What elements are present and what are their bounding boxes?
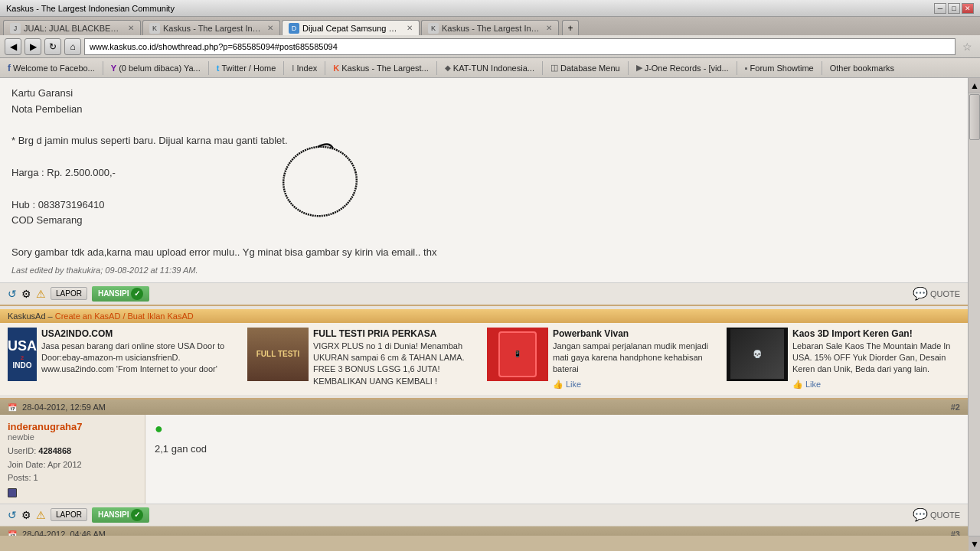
bookmark-jone[interactable]: ▶ J-One Records - [vid... — [632, 61, 733, 74]
ad-header-text: KaskusAd – — [8, 311, 55, 321]
ad-img-2[interactable]: FULL TESTI — [247, 328, 309, 381]
post-items: Kartu Garansi Nota Pembelian * Brg d jam… — [11, 86, 956, 261]
bookmark-showtime[interactable]: ▪ Forum Showtime — [740, 62, 818, 74]
tab-favicon-4: K — [428, 23, 439, 34]
window-controls[interactable]: ─ □ ✕ — [934, 3, 974, 14]
reply-username-2[interactable]: inderanugraha7 — [8, 421, 83, 432]
hansipi-badge[interactable]: HANSIPI ✓ — [92, 286, 150, 302]
scroll-thumb[interactable] — [969, 94, 980, 140]
reload-button[interactable]: ↻ — [44, 38, 61, 55]
tab-label-3: Dijual Cepat Samsung Gala... — [302, 24, 400, 33]
posts-2: Posts: 1 — [8, 471, 137, 485]
post-body-wrapper: Kartu Garansi Nota Pembelian * Brg d jam… — [0, 78, 968, 282]
minimize-button[interactable]: ─ — [934, 3, 946, 14]
address-input[interactable] — [84, 38, 956, 55]
ad-img-3[interactable]: 📱 — [487, 328, 548, 381]
nota-item: Nota Pembelian — [11, 102, 956, 118]
create-kasad-link[interactable]: Create an KasAD / Buat Iklan KasAD — [55, 311, 194, 321]
bookmark-database[interactable]: ◫ Database Menu — [546, 61, 625, 74]
tools-icon[interactable]: ⚙ — [21, 288, 31, 300]
reply-date-text-3: 28-04-2012, 04:46 AM — [22, 530, 106, 536]
like-label-3: Like — [566, 379, 581, 390]
ad-title-1: USA2INDO.COM — [41, 328, 113, 339]
tab-2[interactable]: K Kaskus - The Largest Indon... ✕ — [142, 20, 280, 35]
ad-item-2: FULL TESTI FULL TESTI PRIA PERKASA VIGRX… — [247, 328, 481, 390]
tab-close-1[interactable]: ✕ — [128, 24, 134, 32]
separator-6 — [542, 61, 543, 75]
ad-section: KaskusAd – Create an KasAD / Buat Iklan … — [0, 305, 968, 399]
separator-1 — [103, 61, 103, 75]
tab-4[interactable]: K Kaskus - The Largest Indon... ✕ — [421, 20, 559, 35]
refresh-icon[interactable]: ↺ — [8, 288, 17, 300]
separator-7 — [628, 61, 629, 75]
hub-text: Hub : 083873196410 — [11, 197, 956, 214]
tab-close-2[interactable]: ✕ — [267, 24, 273, 32]
close-button[interactable]: ✕ — [962, 3, 974, 14]
reply-quote-button-2[interactable]: 💬 QUOTE — [913, 507, 960, 522]
back-button[interactable]: ◀ — [5, 38, 21, 55]
bookmark-kaskus[interactable]: K Kaskus - The Largest... — [328, 62, 433, 74]
new-tab-button[interactable]: + — [562, 20, 579, 35]
bookmarks-bar: f Welcome to Facebo... Y (0 belum dibaca… — [0, 58, 980, 78]
ad-text-1: USA2INDO.COM Jasa pesan barang dari onli… — [41, 328, 241, 376]
usa2indo-logo[interactable]: USA 2 INDO — [8, 328, 37, 381]
reply-content-2: ● 2,1 gan cod — [145, 415, 968, 504]
yahoo-icon: Y — [111, 64, 116, 73]
lapor-button[interactable]: LAPOR — [51, 287, 87, 300]
tab-label-2: Kaskus - The Largest Indon... — [163, 24, 261, 33]
tab-3[interactable]: D Dijual Cepat Samsung Gala... ✕ — [282, 20, 420, 35]
ad-img-4[interactable]: 💀 — [727, 328, 788, 381]
quote-label: QUOTE — [930, 289, 960, 298]
bookmark-star[interactable]: ☆ — [959, 38, 975, 55]
twitter-icon: t — [217, 64, 220, 73]
reply-date-3: 📅 28-04-2012, 04:46 AM — [8, 530, 106, 536]
reply-number-2: #2 — [951, 403, 960, 412]
reply-hansipi-badge-2[interactable]: HANSIPI ✓ — [92, 507, 150, 523]
bookmark-yahoo[interactable]: Y (0 belum dibaca) Ya... — [106, 62, 205, 74]
bookmark-facebook[interactable]: f Welcome to Facebo... — [3, 61, 100, 75]
bookmark-other[interactable]: Other bookmarks — [825, 62, 899, 74]
bookmark-index[interactable]: I Index — [287, 62, 322, 74]
like-label-4: Like — [805, 379, 821, 390]
bookmark-twitter[interactable]: t Twitter / Home — [212, 62, 281, 74]
hansipi-check-2: ✓ — [131, 509, 143, 521]
forward-button[interactable]: ▶ — [24, 38, 41, 55]
facebook-icon: f — [8, 63, 11, 73]
userid-label-2: UserID: 4284868 — [8, 445, 137, 458]
ad-body-4: Lebaran Sale Kaos The Mountain Made In U… — [792, 341, 951, 374]
reply-lapor-button-2[interactable]: LAPOR — [51, 508, 87, 521]
guarantee-text: * Brg d jamin mulus seperti baru. Dijual… — [11, 133, 956, 149]
ad-like-3[interactable]: 👍 Like — [553, 379, 720, 390]
ad-text-3: Powerbank Vivan Jangan sampai perjalanan… — [553, 328, 720, 390]
home-button[interactable]: ⌂ — [64, 38, 81, 55]
reply-warn-icon-2[interactable]: ⚠ — [36, 509, 46, 521]
tab-close-3[interactable]: ✕ — [407, 24, 413, 32]
scrollbar[interactable]: ▲ ▼ — [968, 78, 980, 536]
ads-container: USA 2 INDO USA2INDO.COM Jasa pesan baran… — [0, 323, 968, 395]
warn-icon[interactable]: ⚠ — [36, 288, 46, 300]
separator-5 — [436, 61, 437, 75]
tab-1[interactable]: J JUAL: JUAL BLACKBERRY B... ✕ — [3, 20, 141, 35]
tab-favicon-2: K — [149, 23, 160, 34]
reply-refresh-icon-2[interactable]: ↺ — [8, 509, 17, 521]
ad-header: KaskusAd – Create an KasAD / Buat Iklan … — [0, 309, 968, 323]
address-bar-row: ◀ ▶ ↻ ⌂ ☆ — [0, 35, 980, 58]
bookmark-label-yahoo: (0 belum dibaca) Ya... — [119, 64, 201, 73]
reply-number-3: #3 — [951, 530, 960, 536]
calendar-icon-2: 📅 — [8, 403, 17, 412]
reply-sidebar-2: inderanugraha7 newbie UserID: 4284868 Jo… — [0, 415, 145, 504]
separator-8 — [737, 61, 737, 75]
ad-like-4[interactable]: 👍 Like — [792, 379, 960, 390]
other-bookmarks-label: Other bookmarks — [830, 64, 894, 73]
scroll-up-button[interactable]: ▲ — [969, 78, 980, 93]
tab-close-4[interactable]: ✕ — [546, 24, 552, 32]
bookmark-kattun[interactable]: ◆ KAT-TUN Indonesia... — [440, 62, 539, 74]
quote-button[interactable]: 💬 QUOTE — [913, 286, 960, 301]
maximize-button[interactable]: □ — [948, 3, 960, 14]
status-icon: ● — [155, 421, 163, 436]
reply-tools-icon-2[interactable]: ⚙ — [21, 509, 31, 521]
jone-icon: ▶ — [636, 63, 642, 73]
reply-header-3: 📅 28-04-2012, 04:46 AM #3 — [0, 527, 968, 536]
reply-post-3: 📅 28-04-2012, 04:46 AM #3 fikarblack new… — [0, 527, 968, 536]
index-icon: I — [292, 64, 294, 73]
